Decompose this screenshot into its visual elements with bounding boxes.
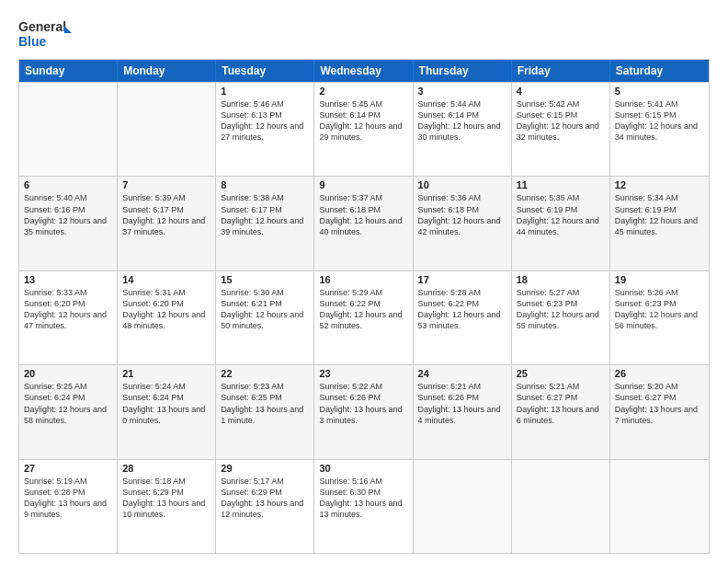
calendar-cell: 8Sunrise: 5:38 AM Sunset: 6:17 PM Daylig… xyxy=(216,177,314,270)
calendar-cell: 2Sunrise: 5:45 AM Sunset: 6:14 PM Daylig… xyxy=(314,83,413,176)
day-number: 19 xyxy=(615,274,704,285)
day-info: Sunrise: 5:28 AM Sunset: 6:22 PM Dayligh… xyxy=(418,287,506,332)
calendar-header-cell: Saturday xyxy=(610,60,709,82)
logo: General Blue xyxy=(18,17,74,50)
day-number: 14 xyxy=(122,274,210,285)
calendar-cell: 1Sunrise: 5:46 AM Sunset: 6:13 PM Daylig… xyxy=(216,83,314,176)
day-number: 13 xyxy=(24,274,112,285)
day-number: 2 xyxy=(319,86,407,97)
calendar-cell: 26Sunrise: 5:20 AM Sunset: 6:27 PM Dayli… xyxy=(610,365,709,458)
calendar-cell: 13Sunrise: 5:33 AM Sunset: 6:20 PM Dayli… xyxy=(19,271,118,364)
day-info: Sunrise: 5:16 AM Sunset: 6:30 PM Dayligh… xyxy=(319,476,407,521)
calendar-cell: 15Sunrise: 5:30 AM Sunset: 6:21 PM Dayli… xyxy=(216,271,314,364)
day-number: 22 xyxy=(221,368,309,379)
day-number: 1 xyxy=(221,86,309,97)
day-info: Sunrise: 5:45 AM Sunset: 6:14 PM Dayligh… xyxy=(319,98,407,144)
calendar-row: 1Sunrise: 5:46 AM Sunset: 6:13 PM Daylig… xyxy=(19,82,709,176)
calendar-cell: 21Sunrise: 5:24 AM Sunset: 6:24 PM Dayli… xyxy=(118,365,216,458)
day-number: 7 xyxy=(122,179,210,190)
day-number: 9 xyxy=(319,179,407,190)
calendar-body: 1Sunrise: 5:46 AM Sunset: 6:13 PM Daylig… xyxy=(19,82,709,553)
day-info: Sunrise: 5:30 AM Sunset: 6:21 PM Dayligh… xyxy=(221,287,309,332)
calendar-cell: 4Sunrise: 5:42 AM Sunset: 6:15 PM Daylig… xyxy=(512,83,610,176)
calendar-cell: 23Sunrise: 5:22 AM Sunset: 6:26 PM Dayli… xyxy=(314,365,413,458)
day-number: 8 xyxy=(221,179,309,190)
calendar-row: 27Sunrise: 5:19 AM Sunset: 6:28 PM Dayli… xyxy=(19,459,709,553)
calendar-cell: 7Sunrise: 5:39 AM Sunset: 6:17 PM Daylig… xyxy=(118,177,216,270)
header: General Blue xyxy=(18,17,710,50)
calendar-cell: 10Sunrise: 5:36 AM Sunset: 6:18 PM Dayli… xyxy=(414,177,512,270)
day-number: 17 xyxy=(418,274,506,285)
day-info: Sunrise: 5:46 AM Sunset: 6:13 PM Dayligh… xyxy=(221,98,309,144)
logo-svg: General Blue xyxy=(18,17,74,50)
day-info: Sunrise: 5:21 AM Sunset: 6:27 PM Dayligh… xyxy=(517,381,605,426)
calendar-cell: 3Sunrise: 5:44 AM Sunset: 6:14 PM Daylig… xyxy=(414,83,512,176)
calendar-cell: 16Sunrise: 5:29 AM Sunset: 6:22 PM Dayli… xyxy=(314,271,413,364)
day-info: Sunrise: 5:37 AM Sunset: 6:18 PM Dayligh… xyxy=(319,192,407,237)
calendar-header-cell: Tuesday xyxy=(216,60,314,82)
day-number: 10 xyxy=(418,179,506,190)
calendar-cell: 5Sunrise: 5:41 AM Sunset: 6:15 PM Daylig… xyxy=(610,83,709,176)
calendar-row: 20Sunrise: 5:25 AM Sunset: 6:24 PM Dayli… xyxy=(19,364,709,458)
calendar-cell: 22Sunrise: 5:23 AM Sunset: 6:25 PM Dayli… xyxy=(216,365,314,458)
day-info: Sunrise: 5:26 AM Sunset: 6:23 PM Dayligh… xyxy=(615,287,704,332)
calendar-cell: 24Sunrise: 5:21 AM Sunset: 6:26 PM Dayli… xyxy=(414,365,512,458)
day-number: 15 xyxy=(221,274,309,285)
day-info: Sunrise: 5:18 AM Sunset: 6:29 PM Dayligh… xyxy=(122,476,210,521)
day-info: Sunrise: 5:33 AM Sunset: 6:20 PM Dayligh… xyxy=(24,287,112,332)
svg-text:General: General xyxy=(18,19,66,34)
calendar-row: 6Sunrise: 5:40 AM Sunset: 6:16 PM Daylig… xyxy=(19,176,709,270)
day-number: 27 xyxy=(24,463,112,474)
calendar-cell xyxy=(512,460,610,553)
calendar-cell: 17Sunrise: 5:28 AM Sunset: 6:22 PM Dayli… xyxy=(414,271,512,364)
day-info: Sunrise: 5:44 AM Sunset: 6:14 PM Dayligh… xyxy=(418,98,506,144)
day-number: 5 xyxy=(615,86,704,97)
calendar-header-cell: Wednesday xyxy=(314,60,413,82)
day-number: 6 xyxy=(24,179,112,190)
calendar-header-cell: Monday xyxy=(118,60,216,82)
day-number: 26 xyxy=(615,368,704,379)
page: General Blue SundayMondayTuesdayWednesda… xyxy=(0,0,728,563)
day-info: Sunrise: 5:36 AM Sunset: 6:18 PM Dayligh… xyxy=(418,192,506,237)
svg-text:Blue: Blue xyxy=(18,34,47,49)
day-info: Sunrise: 5:41 AM Sunset: 6:15 PM Dayligh… xyxy=(615,98,704,144)
day-number: 11 xyxy=(517,179,605,190)
day-info: Sunrise: 5:19 AM Sunset: 6:28 PM Dayligh… xyxy=(24,476,112,521)
calendar-cell xyxy=(610,460,709,553)
day-info: Sunrise: 5:25 AM Sunset: 6:24 PM Dayligh… xyxy=(24,381,112,426)
calendar-cell: 27Sunrise: 5:19 AM Sunset: 6:28 PM Dayli… xyxy=(19,460,118,553)
day-number: 20 xyxy=(24,368,112,379)
day-info: Sunrise: 5:40 AM Sunset: 6:16 PM Dayligh… xyxy=(24,192,112,237)
day-info: Sunrise: 5:27 AM Sunset: 6:23 PM Dayligh… xyxy=(517,287,605,332)
day-info: Sunrise: 5:39 AM Sunset: 6:17 PM Dayligh… xyxy=(122,192,210,237)
calendar-cell xyxy=(19,83,118,176)
day-number: 3 xyxy=(418,86,506,97)
day-number: 30 xyxy=(319,463,407,474)
day-info: Sunrise: 5:24 AM Sunset: 6:24 PM Dayligh… xyxy=(122,381,210,426)
day-info: Sunrise: 5:34 AM Sunset: 6:19 PM Dayligh… xyxy=(615,192,704,237)
day-number: 24 xyxy=(418,368,506,379)
calendar-cell: 18Sunrise: 5:27 AM Sunset: 6:23 PM Dayli… xyxy=(512,271,610,364)
day-info: Sunrise: 5:20 AM Sunset: 6:27 PM Dayligh… xyxy=(615,381,704,426)
calendar-cell: 28Sunrise: 5:18 AM Sunset: 6:29 PM Dayli… xyxy=(118,460,216,553)
calendar-cell: 9Sunrise: 5:37 AM Sunset: 6:18 PM Daylig… xyxy=(314,177,413,270)
calendar-cell: 14Sunrise: 5:31 AM Sunset: 6:20 PM Dayli… xyxy=(118,271,216,364)
calendar-cell xyxy=(414,460,512,553)
calendar-cell: 30Sunrise: 5:16 AM Sunset: 6:30 PM Dayli… xyxy=(314,460,413,553)
calendar-cell: 11Sunrise: 5:35 AM Sunset: 6:19 PM Dayli… xyxy=(512,177,610,270)
calendar-cell: 6Sunrise: 5:40 AM Sunset: 6:16 PM Daylig… xyxy=(19,177,118,270)
day-number: 29 xyxy=(221,463,309,474)
calendar-cell xyxy=(118,83,216,176)
day-info: Sunrise: 5:42 AM Sunset: 6:15 PM Dayligh… xyxy=(517,98,605,144)
calendar-cell: 12Sunrise: 5:34 AM Sunset: 6:19 PM Dayli… xyxy=(610,177,709,270)
day-number: 12 xyxy=(615,179,704,190)
day-info: Sunrise: 5:29 AM Sunset: 6:22 PM Dayligh… xyxy=(319,287,407,332)
day-number: 25 xyxy=(517,368,605,379)
day-number: 23 xyxy=(319,368,407,379)
calendar-header-row: SundayMondayTuesdayWednesdayThursdayFrid… xyxy=(19,60,709,82)
calendar: SundayMondayTuesdayWednesdayThursdayFrid… xyxy=(18,59,710,554)
calendar-header-cell: Thursday xyxy=(414,60,512,82)
calendar-header-cell: Friday xyxy=(512,60,610,82)
day-info: Sunrise: 5:21 AM Sunset: 6:26 PM Dayligh… xyxy=(418,381,506,426)
day-number: 4 xyxy=(517,86,605,97)
